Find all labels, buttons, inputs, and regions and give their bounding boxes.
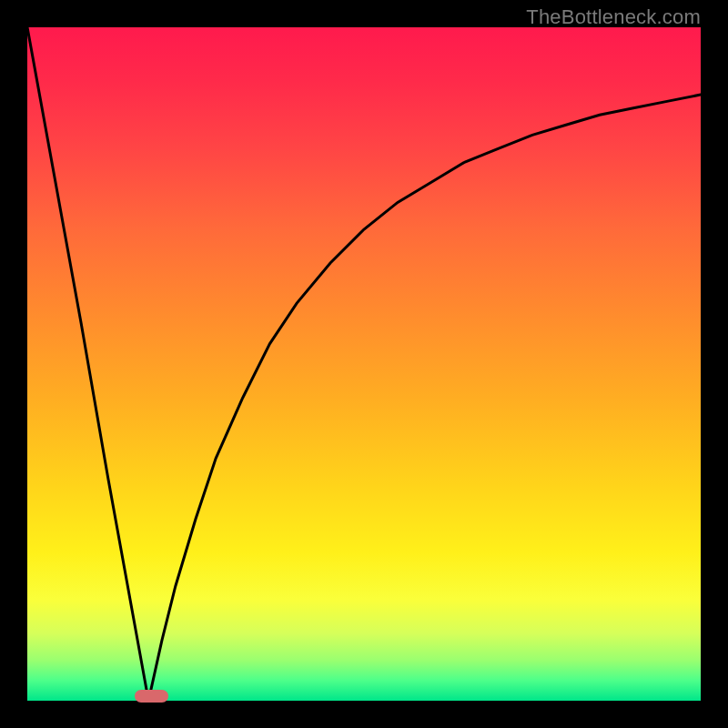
curve-right-segment [148,95,701,701]
plot-area [27,27,701,701]
curve-left-segment [27,27,148,701]
watermark-text: TheBottleneck.com [526,5,701,29]
minimum-marker [135,690,168,703]
chart-container: TheBottleneck.com [0,0,728,728]
chart-svg [27,27,701,701]
